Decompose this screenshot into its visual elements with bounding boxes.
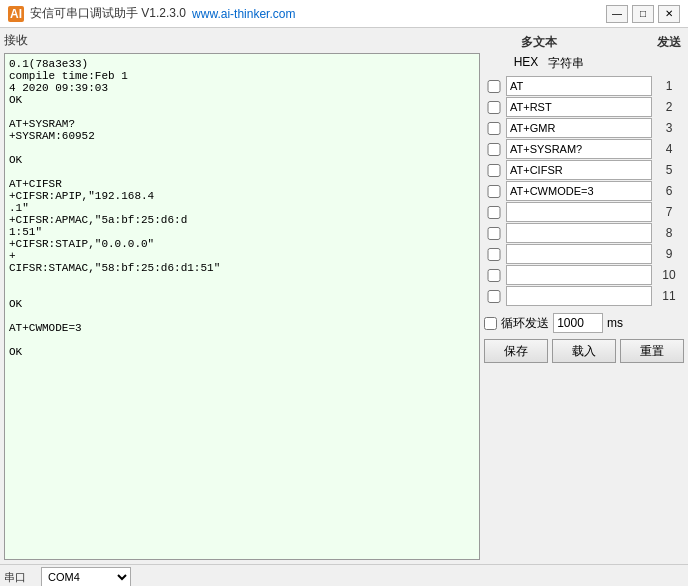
multitext-row-input-4[interactable] — [506, 139, 652, 159]
app-icon: AI — [8, 6, 24, 22]
multitext-row-checkbox-1[interactable] — [484, 80, 504, 93]
multitext-row-checkbox-10[interactable] — [484, 269, 504, 282]
multitext-row-checkbox-3[interactable] — [484, 122, 504, 135]
multitext-row-num-8: 8 — [654, 226, 684, 240]
multitext-row-input-1[interactable] — [506, 76, 652, 96]
load-button[interactable]: 载入 — [552, 339, 616, 363]
controls-row1: 串口 COM4 波特率 115200 数据位 8 校验位 None 停止位 On… — [4, 567, 684, 586]
multitext-row-checkbox-6[interactable] — [484, 185, 504, 198]
multitext-row-2: 2 — [484, 97, 684, 117]
multitext-row-8: 8 — [484, 223, 684, 243]
multitext-row-checkbox-7[interactable] — [484, 206, 504, 219]
bottom-controls: 串口 COM4 波特率 115200 数据位 8 校验位 None 停止位 On… — [0, 564, 688, 586]
multitext-row-5: 5 — [484, 160, 684, 180]
reset-button[interactable]: 重置 — [620, 339, 684, 363]
multitext-title: 多文本 — [504, 34, 574, 51]
multitext-row-num-3: 3 — [654, 121, 684, 135]
multitext-row-7: 7 — [484, 202, 684, 222]
port-select[interactable]: COM4 — [41, 567, 131, 586]
send-col-label: 发送 — [654, 34, 684, 51]
app-title: 安信可串口调试助手 V1.2.3.0 — [30, 5, 186, 22]
multitext-row-10: 10 — [484, 265, 684, 285]
website-link[interactable]: www.ai-thinker.com — [192, 7, 295, 21]
multitext-row-input-7[interactable] — [506, 202, 652, 222]
port-label: 串口 — [4, 570, 37, 585]
multitext-row-input-10[interactable] — [506, 265, 652, 285]
multitext-header: 多文本 发送 — [484, 32, 684, 53]
multitext-row-input-2[interactable] — [506, 97, 652, 117]
multitext-row-checkbox-8[interactable] — [484, 227, 504, 240]
multitext-row-num-11: 11 — [654, 289, 684, 303]
multitext-row-11: 11 — [484, 286, 684, 306]
minimize-button[interactable]: — — [606, 5, 628, 23]
multitext-row-num-7: 7 — [654, 205, 684, 219]
save-button[interactable]: 保存 — [484, 339, 548, 363]
multitext-row-num-2: 2 — [654, 100, 684, 114]
multitext-row-input-8[interactable] — [506, 223, 652, 243]
multitext-row-num-4: 4 — [654, 142, 684, 156]
close-button[interactable]: ✕ — [658, 5, 680, 23]
multitext-rows: 1234567891011 — [484, 76, 684, 307]
receive-area[interactable]: 0.1(78a3e33) compile time:Feb 1 4 2020 0… — [4, 53, 480, 560]
hex-col-label: HEX — [506, 55, 546, 72]
loop-interval-input[interactable] — [553, 313, 603, 333]
window-controls: — □ ✕ — [606, 5, 680, 23]
multitext-row-6: 6 — [484, 181, 684, 201]
multitext-row-num-1: 1 — [654, 79, 684, 93]
port-settings: 串口 COM4 波特率 115200 数据位 8 校验位 None 停止位 On… — [4, 567, 131, 586]
multitext-row-1: 1 — [484, 76, 684, 96]
multitext-row-input-9[interactable] — [506, 244, 652, 264]
multitext-row-checkbox-4[interactable] — [484, 143, 504, 156]
left-panel: 接收 0.1(78a3e33) compile time:Feb 1 4 202… — [4, 32, 480, 560]
title-bar: AI 安信可串口调试助手 V1.2.3.0 www.ai-thinker.com… — [0, 0, 688, 28]
receive-label: 接收 — [4, 32, 480, 49]
multitext-row-num-10: 10 — [654, 268, 684, 282]
multitext-row-checkbox-2[interactable] — [484, 101, 504, 114]
multitext-row-num-9: 9 — [654, 247, 684, 261]
multitext-row-num-5: 5 — [654, 163, 684, 177]
ms-label: ms — [607, 316, 623, 330]
multitext-action-row: 保存 载入 重置 — [484, 339, 684, 363]
loop-row: 循环发送 ms — [484, 313, 684, 333]
string-col-label: 字符串 — [548, 55, 652, 72]
loop-send-label: 循环发送 — [501, 315, 549, 332]
multitext-row-input-6[interactable] — [506, 181, 652, 201]
title-left: AI 安信可串口调试助手 V1.2.3.0 www.ai-thinker.com — [8, 5, 295, 22]
multitext-row-checkbox-11[interactable] — [484, 290, 504, 303]
multitext-row-num-6: 6 — [654, 184, 684, 198]
multitext-row-input-11[interactable] — [506, 286, 652, 306]
multitext-row-input-5[interactable] — [506, 160, 652, 180]
multitext-row-checkbox-5[interactable] — [484, 164, 504, 177]
multitext-row-checkbox-9[interactable] — [484, 248, 504, 261]
right-panel: 多文本 发送 HEX 字符串 1234567891011 循环发送 ms 保存 … — [484, 32, 684, 560]
multitext-row-4: 4 — [484, 139, 684, 159]
multitext-row-9: 9 — [484, 244, 684, 264]
main-content: 接收 0.1(78a3e33) compile time:Feb 1 4 202… — [0, 28, 688, 564]
multitext-row-3: 3 — [484, 118, 684, 138]
maximize-button[interactable]: □ — [632, 5, 654, 23]
multitext-row-input-3[interactable] — [506, 118, 652, 138]
loop-send-checkbox[interactable] — [484, 317, 497, 330]
